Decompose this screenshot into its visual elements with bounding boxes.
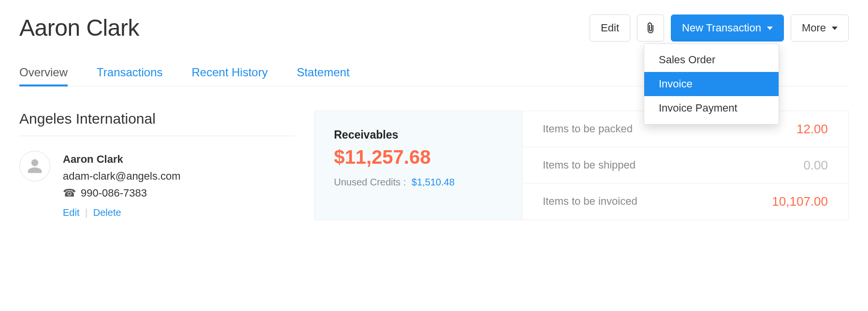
contact-name: Aaron Clark <box>63 151 181 168</box>
header-actions: Edit New Transaction More Sales Order In… <box>590 14 849 42</box>
overview-left: Angeles International Aaron Clark adam-c… <box>19 111 314 220</box>
page-title: Aaron Clark <box>19 14 139 41</box>
dropdown-item-sales-order[interactable]: Sales Order <box>644 48 779 72</box>
tab-transactions[interactable]: Transactions <box>97 66 163 86</box>
avatar <box>19 151 50 182</box>
contact-email: adam-clark@angels.com <box>63 168 181 184</box>
tab-overview[interactable]: Overview <box>19 66 68 86</box>
tab-statement[interactable]: Statement <box>297 66 349 86</box>
contact-phone: 990-086-7383 <box>81 184 147 201</box>
stat-value: 10,107.00 <box>772 194 828 209</box>
unused-credits-label: Unused Credits : <box>334 177 406 187</box>
contact-delete-link[interactable]: Delete <box>93 207 121 218</box>
receivables-title: Receivables <box>334 128 503 141</box>
stats-panel: Items to be packed 12.00 Items to be shi… <box>522 111 848 220</box>
overview-right: Receivables $11,257.68 Unused Credits : … <box>314 111 849 220</box>
stat-label: Items to be invoiced <box>543 195 637 208</box>
more-button[interactable]: More <box>791 14 849 42</box>
edit-button[interactable]: Edit <box>590 14 630 42</box>
receivables-amount: $11,257.68 <box>334 146 503 168</box>
stat-value: 0.00 <box>803 158 828 173</box>
caret-down-icon <box>832 27 838 30</box>
more-label: More <box>802 22 826 34</box>
dropdown-item-invoice-payment[interactable]: Invoice Payment <box>644 96 779 120</box>
paperclip-icon <box>646 22 655 34</box>
unused-credits-value: $1,510.48 <box>412 177 455 187</box>
separator: | <box>85 207 87 218</box>
new-transaction-label: New Transaction <box>682 22 761 34</box>
person-icon <box>27 158 43 174</box>
stat-row: Items to be shipped 0.00 <box>522 147 848 184</box>
company-name: Angeles International <box>19 111 295 136</box>
tab-recent-history[interactable]: Recent History <box>192 66 268 86</box>
phone-icon: ☎ <box>63 184 76 201</box>
contact-edit-link[interactable]: Edit <box>63 207 79 218</box>
dropdown-item-invoice[interactable]: Invoice <box>644 72 779 96</box>
new-transaction-button[interactable]: New Transaction <box>671 14 784 42</box>
receivables-panel: Receivables $11,257.68 Unused Credits : … <box>315 111 522 220</box>
caret-down-icon <box>767 27 773 30</box>
stat-row: Items to be invoiced 10,107.00 <box>522 184 848 219</box>
stat-value: 12.00 <box>796 122 828 137</box>
new-transaction-dropdown: Sales Order Invoice Invoice Payment <box>644 43 779 125</box>
stat-label: Items to be shipped <box>543 159 636 171</box>
stat-label: Items to be packed <box>543 123 633 135</box>
attachment-button[interactable] <box>637 14 664 42</box>
